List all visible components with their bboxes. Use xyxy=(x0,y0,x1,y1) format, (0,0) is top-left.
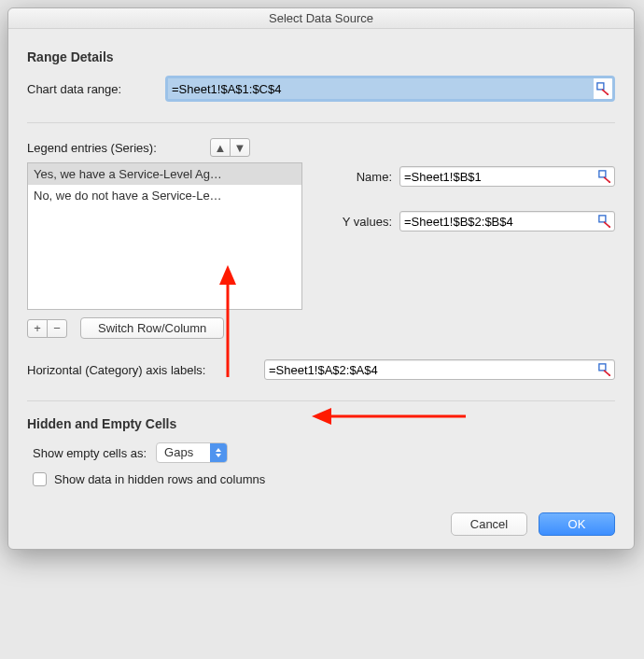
show-hidden-checkbox[interactable] xyxy=(33,472,47,486)
series-listbox[interactable]: Yes, we have a Service-Level Ag… No, we … xyxy=(27,162,302,310)
move-up-button[interactable]: ▲ xyxy=(210,138,231,157)
svg-rect-2 xyxy=(599,171,606,177)
list-item[interactable]: No, we do not have a Service-Le… xyxy=(28,185,301,206)
hidden-empty-heading: Hidden and Empty Cells xyxy=(27,416,615,431)
show-empty-select[interactable]: Gaps xyxy=(156,442,228,463)
move-down-button[interactable]: ▼ xyxy=(230,138,250,157)
range-details-heading: Range Details xyxy=(27,49,615,64)
add-remove-buttons: + − xyxy=(27,319,67,338)
show-hidden-label: Show data in hidden rows and columns xyxy=(54,472,265,486)
divider xyxy=(27,122,615,123)
minus-icon: − xyxy=(53,321,61,335)
switch-row-column-button[interactable]: Switch Row/Column xyxy=(80,317,224,339)
series-yvalues-field-wrap xyxy=(399,211,615,231)
series-yvalues-input[interactable] xyxy=(400,212,595,231)
show-empty-value: Gaps xyxy=(157,443,210,462)
reorder-buttons: ▲ ▼ xyxy=(210,138,250,157)
chart-data-range-field-wrap xyxy=(165,76,615,102)
list-item[interactable]: Yes, we have a Service-Level Ag… xyxy=(28,163,301,185)
axis-labels-input[interactable] xyxy=(265,360,595,379)
legend-entries-label: Legend entries (Series): xyxy=(27,141,203,155)
stepper-arrows-icon xyxy=(210,443,227,462)
range-picker-icon[interactable] xyxy=(594,78,612,99)
series-name-input[interactable] xyxy=(400,167,595,186)
dialog-title: Select Data Source xyxy=(8,8,634,29)
cancel-button[interactable]: Cancel xyxy=(451,512,527,536)
axis-labels-field-wrap xyxy=(264,359,615,380)
range-picker-icon[interactable] xyxy=(595,167,614,186)
ok-button[interactable]: OK xyxy=(539,512,615,536)
chart-data-range-label: Chart data range: xyxy=(27,82,158,96)
add-series-button[interactable]: + xyxy=(27,319,48,338)
range-picker-icon[interactable] xyxy=(595,360,614,379)
svg-rect-4 xyxy=(599,216,606,222)
series-name-label: Name: xyxy=(325,170,399,184)
divider xyxy=(27,400,615,401)
remove-series-button[interactable]: − xyxy=(47,319,67,338)
svg-point-1 xyxy=(607,93,609,95)
select-data-source-dialog: Select Data Source Range Details Chart d… xyxy=(7,7,635,550)
plus-icon: + xyxy=(34,321,41,335)
show-empty-label: Show empty cells as: xyxy=(33,446,147,460)
arrow-up-icon: ▲ xyxy=(215,141,227,155)
chart-data-range-input[interactable] xyxy=(168,78,594,99)
range-picker-icon[interactable] xyxy=(595,212,614,231)
series-yvalues-label: Y values: xyxy=(325,215,399,229)
svg-point-3 xyxy=(609,181,610,183)
svg-point-5 xyxy=(609,226,610,228)
svg-rect-6 xyxy=(599,364,606,371)
svg-rect-0 xyxy=(597,83,604,90)
series-name-field-wrap xyxy=(399,166,615,187)
arrow-down-icon: ▼ xyxy=(234,141,246,155)
axis-labels-label: Horizontal (Category) axis labels: xyxy=(27,363,257,377)
svg-point-7 xyxy=(609,374,610,376)
